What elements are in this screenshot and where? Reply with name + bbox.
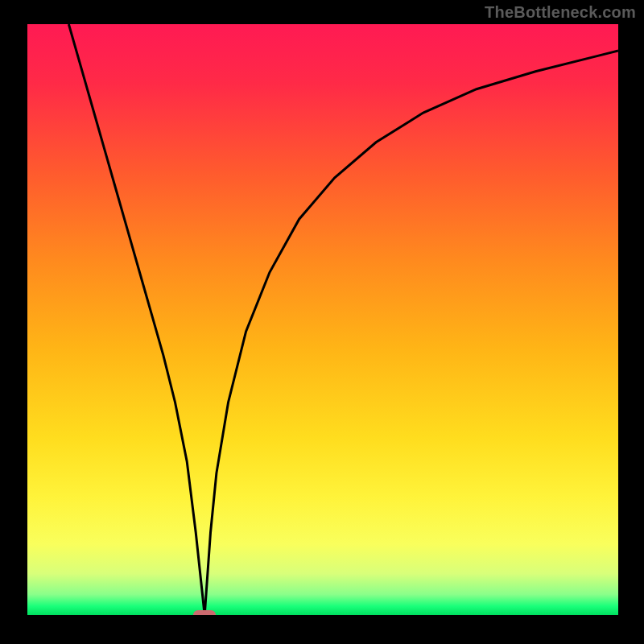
optimal-marker <box>193 610 216 615</box>
curve-layer <box>27 24 618 615</box>
watermark-text: TheBottleneck.com <box>485 3 636 22</box>
plot-area <box>27 24 618 615</box>
bottleneck-curve <box>68 24 618 615</box>
chart-container: TheBottleneck.com <box>0 0 644 644</box>
